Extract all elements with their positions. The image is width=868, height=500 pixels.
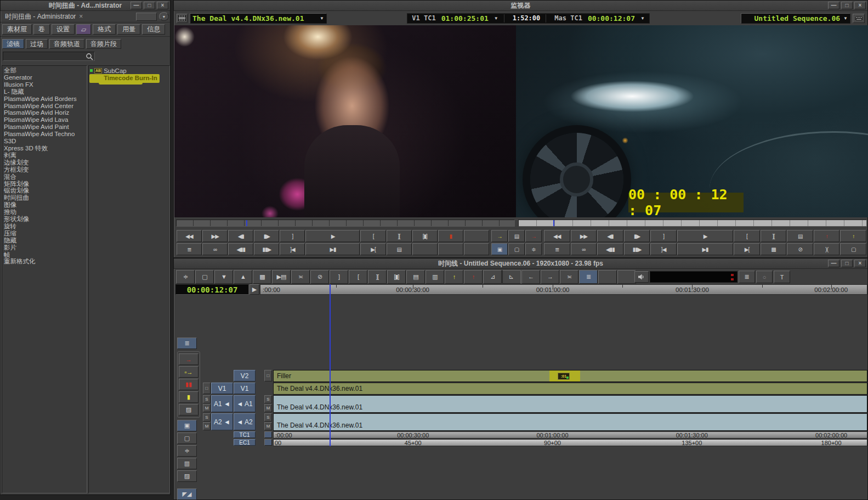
splice-bars-button[interactable]: ≍ [291,270,310,284]
effect-category-item[interactable]: 混合 [2,173,87,181]
mark-in-button[interactable]: [ [349,270,367,284]
remove-effect-button[interactable]: ▮▮ [179,379,198,390]
source-track-v1[interactable]: V1 [211,383,233,394]
blank-button[interactable] [598,270,617,284]
timeline-ruler[interactable]: :00:0000:00:30:0000:01:00:0000:01:30:000… [260,284,867,295]
film-cells-button[interactable]: ▥ [177,458,197,469]
minimize-button[interactable]: — [828,2,839,9]
monitor-titlebar[interactable]: 监视器 — □ × [174,1,867,11]
effect-palette-tab-button[interactable]: ▱ [76,24,91,35]
effect-category-item[interactable]: 推动 [2,209,87,216]
record-track-v2[interactable]: V2 [234,370,256,381]
effect-category-item[interactable]: PlasmaWipe Avid Lava [2,116,87,123]
fast-forward-button[interactable]: ▶▶ [202,230,228,242]
effect-category-item[interactable]: 图像 [2,201,87,209]
record-track-tc1[interactable]: TC1 [234,431,256,438]
source-track-a2[interactable]: A2 ◄ [211,413,233,430]
blank-button[interactable] [412,243,438,255]
blank-button[interactable] [617,270,636,284]
clip-menu-button[interactable]: ≣ [177,243,202,255]
fast-forward-button[interactable]: ▶▶ [571,230,597,242]
record-button[interactable]: ○ [756,271,773,283]
go-to-out-button[interactable]: ] [650,230,677,242]
roll-left-button[interactable]: ← [521,270,540,284]
play-button[interactable]: ▶ [677,230,733,242]
clip-a2[interactable]: The Deal v4.4.DNx36.new.01 [273,413,867,431]
audio-tool-button[interactable]: ≑ [177,445,197,457]
source-monitor-viewer[interactable] [174,25,516,217]
record-monitor-viewer[interactable]: 00 : 00 : 12 : 07 [516,25,868,217]
source-a2-solo[interactable]: S [203,413,211,422]
source-a1-mute[interactable]: M [203,404,211,412]
source-a2-mute[interactable]: M [203,422,211,430]
trim-right-button[interactable]: ⊿ [502,270,521,284]
record-playhead[interactable] [553,220,554,226]
record-track-v1[interactable]: V1 [234,383,256,394]
mark-clip-button[interactable]: [▮] [412,230,438,242]
record-track-ec1[interactable]: EC1 [234,439,256,446]
effect-category-item[interactable]: 重新格式化 [2,258,87,265]
clipboard-button[interactable]: ▢ [508,243,525,255]
tab-audio-clips[interactable]: 音频片段 [86,39,121,49]
effect-category-item[interactable]: 形状划像 [2,216,87,223]
effect-category-item[interactable]: PlasmaWipe Avid Techno [2,131,87,138]
effect-category-item[interactable]: Illusion FX [2,81,87,88]
clipboard-button[interactable]: ▢ [195,270,214,284]
mark-out-button[interactable]: ][ [387,230,412,242]
film-button[interactable]: ▥ [426,270,444,284]
blank-button[interactable] [464,243,489,255]
tool-palette-button[interactable]: ▤ [406,270,425,284]
bins-tab-button[interactable]: 素材屉 [2,24,32,35]
trim-mode-button[interactable]: ≍ [560,270,578,284]
roll-right-button[interactable]: → [541,270,559,284]
record-a1-mute[interactable]: M [264,404,272,412]
restore-button[interactable]: □ [841,260,853,267]
match-frame-button[interactable]: )( [814,243,840,255]
go-to-next-edit-button[interactable]: ▶▮ [677,243,733,255]
mark-in-button[interactable]: [ [734,230,760,242]
effect-category-item[interactable]: 隐藏 [2,237,87,244]
play-to-out-button[interactable]: ▶[ [360,243,385,255]
go-to-out-button[interactable]: ] [280,230,305,242]
play-button[interactable]: ▶ [305,230,360,242]
source-monitor-toggle[interactable]: □ [203,383,211,394]
play-arrow-button[interactable]: ▶ [249,284,259,295]
effect-category-item[interactable]: PlasmaWipe Avid Borders [2,95,87,103]
mark-clip-button[interactable]: [▮] [387,270,406,284]
clip-menu-button[interactable]: ≣ [544,243,570,255]
source-track-a1[interactable]: A1 ◄ [211,395,233,412]
splice-arrow-button[interactable]: → [525,230,542,242]
go-to-out-button[interactable]: ] [330,270,348,284]
clipboard-contents-button[interactable]: ▢ [177,432,197,444]
step-forward-10-button[interactable]: ▮▮▶ [254,243,279,255]
effect-category-item[interactable]: 全部 [2,67,87,74]
effect-category-item[interactable]: 锯齿划像 [2,187,87,194]
record-a1-solo[interactable]: S [264,395,272,403]
effect-mode-button[interactable]: ▨ [179,404,198,415]
step-up-button[interactable]: ▲ [234,270,252,284]
effect-category-item[interactable]: 边缘划变 [2,159,87,166]
record-a2-mute[interactable]: M [264,422,272,430]
effect-category-item[interactable]: PlasmaWipe Avid Horiz [2,109,87,116]
splice-in-button[interactable]: ↑ [840,230,866,242]
keyboard-icon[interactable] [853,14,865,23]
source-position-bar[interactable] [176,220,515,227]
timeline-playhead[interactable] [330,284,331,446]
tab-filters[interactable]: 滤镜 [2,39,24,49]
audio-mixer-button[interactable]: ≑ [176,270,195,284]
format-tab-button[interactable]: 格式 [93,24,116,35]
effect-category-item[interactable]: S3D [2,138,87,145]
render-button[interactable]: ▩ [253,270,271,284]
extract-button[interactable]: ↑ [464,270,483,284]
close-button[interactable]: × [157,2,168,9]
fast-menu-button[interactable]: ▼ [159,12,169,21]
film-icon[interactable] [177,14,188,23]
effect-category-item[interactable]: PlasmaWipe Avid Paint [2,123,87,131]
link-button[interactable]: ∞ [571,243,597,255]
render-ranges-button[interactable]: ▨ [177,470,197,482]
effect-category-item[interactable]: Xpress 3D 特效 [2,145,87,152]
step-forward-button[interactable]: ▮▶ [254,230,279,242]
ec1-option[interactable] [264,439,272,446]
restore-button[interactable]: □ [841,2,853,9]
add-marker-button[interactable]: ▮ [438,230,463,242]
